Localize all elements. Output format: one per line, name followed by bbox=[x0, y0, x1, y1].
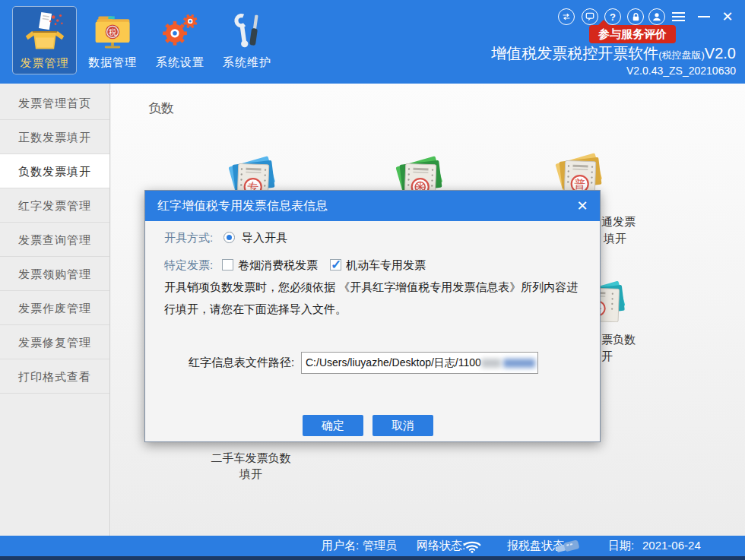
dialog-close-icon[interactable]: ✕ bbox=[574, 198, 591, 214]
sidebar: 发票管理首页 正数发票填开 负数发票填开 红字发票管理 发票查询管理 发票领购管… bbox=[0, 84, 110, 536]
page-title: 负数 bbox=[148, 100, 174, 117]
app-window: 发票管理 税 数据管理 bbox=[0, 0, 745, 560]
invoice-box-icon bbox=[24, 11, 66, 53]
sidebar-item-invoice-home[interactable]: 发票管理首页 bbox=[0, 86, 109, 120]
lock-icon[interactable] bbox=[627, 8, 644, 25]
motor-vehicle-checkbox[interactable] bbox=[330, 259, 341, 271]
file-path-input[interactable]: C:/Users/liuyazhe/Desktop/日志/1100 bbox=[301, 352, 538, 374]
cancel-button[interactable]: 取消 bbox=[372, 415, 433, 436]
toolbar-item-label: 数据管理 bbox=[81, 55, 144, 70]
sidebar-item-invoice-repair[interactable]: 发票修复管理 bbox=[0, 325, 109, 359]
redacted-text bbox=[503, 359, 535, 368]
card-label-fragment: 通发票 bbox=[601, 215, 636, 229]
app-version: V2.0.43_ZS_20210630 bbox=[626, 65, 736, 77]
svg-text:税: 税 bbox=[109, 28, 117, 36]
issue-mode-label: 开具方式: bbox=[164, 231, 213, 245]
service-review-callout[interactable]: 参与服务评价 bbox=[589, 25, 676, 43]
motor-vehicle-label[interactable]: 机动车专用发票 bbox=[346, 258, 426, 273]
toolbar-item-system-maintenance[interactable]: 系统维护 bbox=[214, 6, 280, 74]
close-button[interactable]: ✕ bbox=[719, 9, 736, 24]
ok-button[interactable]: 确定 bbox=[303, 415, 363, 436]
header-bar: 发票管理 税 数据管理 bbox=[0, 0, 745, 84]
gears-icon bbox=[159, 10, 201, 52]
network-label: 网络状态: bbox=[417, 539, 465, 553]
red-letter-info-dialog: 红字增值税专用发票信息表信息 ✕ 开具方式: 导入开具 特定发票: 卷烟消费税发… bbox=[144, 190, 601, 442]
user-value: 管理员 bbox=[363, 539, 397, 553]
sidebar-item-invoice-void[interactable]: 发票作废管理 bbox=[0, 291, 109, 325]
taxdisk-icon bbox=[555, 539, 582, 555]
swap-icon[interactable] bbox=[558, 8, 575, 25]
import-issue-option-label[interactable]: 导入开具 bbox=[242, 231, 287, 245]
sidebar-item-negative-invoice[interactable]: 负数发票填开 bbox=[0, 154, 109, 188]
toolbar-item-label: 系统维护 bbox=[214, 55, 280, 70]
emblem-ordinary: 普 bbox=[574, 177, 586, 191]
sidebar-item-print-format[interactable]: 打印格式查看 bbox=[0, 359, 109, 394]
toolbar-item-label: 发票管理 bbox=[13, 56, 76, 71]
import-issue-radio[interactable] bbox=[224, 232, 235, 243]
toolbar-item-label: 系统设置 bbox=[147, 55, 213, 70]
sidebar-item-invoice-query[interactable]: 发票查询管理 bbox=[0, 223, 109, 257]
sidebar-item-invoice-purchase[interactable]: 发票领购管理 bbox=[0, 257, 109, 291]
tools-icon bbox=[226, 10, 268, 52]
toolbar-item-invoice-management[interactable]: 发票管理 bbox=[12, 6, 77, 74]
status-bar: 用户名: 管理员 网络状态: 报税盘状态: 日期: 2021-06- bbox=[0, 536, 745, 556]
file-path-label: 红字信息表文件路径: bbox=[189, 356, 294, 370]
sidebar-item-red-invoice[interactable]: 红字发票管理 bbox=[0, 188, 109, 223]
window-bottom-edge bbox=[0, 556, 745, 560]
cigarette-tax-label[interactable]: 卷烟消费税发票 bbox=[238, 258, 318, 273]
wifi-icon bbox=[462, 539, 482, 555]
feedback-icon[interactable] bbox=[582, 8, 598, 25]
date-label: 日期: bbox=[608, 539, 634, 553]
redacted-text bbox=[481, 359, 501, 368]
menu-icon[interactable] bbox=[672, 10, 685, 24]
toolbar-item-data-management[interactable]: 税 数据管理 bbox=[81, 6, 144, 74]
dialog-title: 红字增值税专用发票信息表信息 bbox=[145, 191, 600, 221]
minimize-button[interactable] bbox=[696, 9, 712, 24]
cigarette-tax-checkbox[interactable] bbox=[222, 259, 233, 271]
special-invoice-label: 特定发票: bbox=[164, 258, 213, 273]
date-value: 2021-06-24 bbox=[642, 539, 701, 552]
card-label-fragment: 开 bbox=[601, 350, 613, 364]
user-label: 用户名: bbox=[322, 539, 359, 553]
user-icon[interactable] bbox=[648, 8, 665, 25]
ordinary-invoice-card-icon[interactable]: 普 bbox=[552, 146, 607, 196]
sidebar-item-positive-invoice[interactable]: 正数发票填开 bbox=[0, 120, 109, 154]
toolbar-item-system-settings[interactable]: 系统设置 bbox=[147, 6, 213, 74]
data-folder-icon: 税 bbox=[91, 10, 134, 52]
usedcar-card-label[interactable]: 二手车发票负数 填开 bbox=[198, 450, 304, 482]
app-title: 增值税发票税控开票软件(税控盘版)V2.0 bbox=[491, 43, 736, 64]
card-label-fragment: 票负数 bbox=[601, 333, 636, 347]
card-label-fragment: 填开 bbox=[604, 232, 626, 246]
dialog-notice-text: 开具销项负数发票时，您必须依据 《开具红字增值税专用发票信息表》所列内容进行填开… bbox=[164, 276, 584, 320]
